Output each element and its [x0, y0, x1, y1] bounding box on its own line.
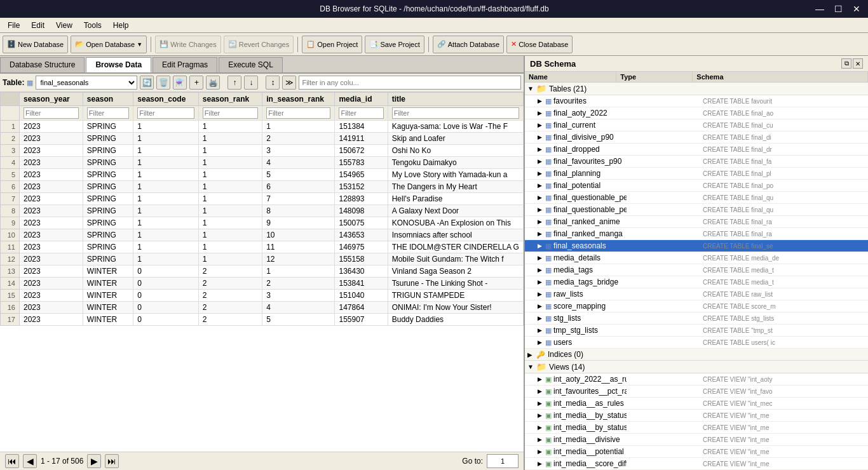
table-cell[interactable]: 136430 [335, 265, 388, 278]
table-cell[interactable]: 151040 [335, 290, 388, 302]
filter-input-season[interactable] [87, 107, 129, 119]
table-cell[interactable]: 155907 [335, 314, 388, 326]
table-cell[interactable]: 1 [198, 217, 262, 229]
menu-item-view[interactable]: View [51, 20, 78, 31]
schema-table-row[interactable]: ▶▦ media_tags_bridgeCREATE TABLE media_t [525, 276, 868, 288]
table-cell[interactable]: 155158 [335, 253, 388, 265]
table-cell[interactable]: Vinland Saga Season 2 [388, 265, 523, 278]
write-changes-button[interactable]: 💾 Write Changes [155, 36, 221, 53]
schema-view-row[interactable]: ▶▣ int_media__as_rulesCREATE VIEW "int_m… [525, 398, 868, 410]
table-cell[interactable]: 7 [262, 193, 335, 205]
close-button[interactable]: ✕ [850, 4, 863, 14]
table-cell[interactable]: SPRING [83, 157, 133, 169]
new-record-button[interactable]: + [189, 76, 203, 90]
table-cell[interactable]: 4 [262, 302, 335, 314]
table-cell[interactable]: 2023 [20, 265, 83, 278]
table-cell[interactable]: 1 [198, 157, 262, 169]
schema-table-row[interactable]: ▶▦ score_mappingCREATE TABLE score_m [525, 300, 868, 312]
table-cell[interactable]: 2023 [20, 157, 83, 169]
schema-view-row[interactable]: ▶▣ int_media__potentialCREATE VIEW "int_… [525, 446, 868, 458]
table-cell[interactable]: SPRING [83, 145, 133, 157]
close-database-button[interactable]: ✕ Close Database [506, 36, 573, 53]
table-cell[interactable]: 1 [133, 217, 199, 229]
table-cell[interactable]: 2023 [20, 217, 83, 229]
table-cell[interactable]: 146975 [335, 241, 388, 253]
schema-view-row[interactable]: ▶▣ int_media__score_diffCREATE VIEW "int… [525, 458, 868, 470]
table-cell[interactable]: 1 [133, 241, 199, 253]
schema-table-row[interactable]: ▶▦ final_seasonalsCREATE TABLE final_se [525, 240, 868, 252]
export-button[interactable]: ↑ [227, 76, 241, 90]
table-cell[interactable]: 3 [262, 290, 335, 302]
sort-button[interactable]: ↕️ [266, 76, 280, 90]
schema-restore-button[interactable]: ⧉ [841, 58, 851, 69]
table-cell[interactable]: 2 [262, 278, 335, 290]
filter-input-season_code[interactable] [137, 107, 194, 119]
table-cell[interactable]: 2 [198, 302, 262, 314]
table-cell[interactable]: 1 [198, 205, 262, 217]
table-cell[interactable]: 2023 [20, 241, 83, 253]
prev-page-button[interactable]: ◀ [23, 454, 37, 468]
schema-table-row[interactable]: ▶▦ final_droppedCREATE TABLE final_dr [525, 144, 868, 156]
table-cell[interactable]: 1 [133, 205, 199, 217]
revert-changes-button[interactable]: ↩️ Revert Changes [224, 36, 294, 53]
table-cell[interactable]: 2023 [20, 193, 83, 205]
schema-table-row[interactable]: ▶▦ final_questionable_per_titleCREATE TA… [525, 192, 868, 204]
table-cell[interactable]: SPRING [83, 133, 133, 145]
print-button[interactable]: 🖨️ [206, 76, 220, 90]
table-cell[interactable]: 0 [133, 278, 199, 290]
table-cell[interactable]: 8 [262, 205, 335, 217]
table-cell[interactable]: My Love Story with Yamada-kun a [388, 169, 523, 181]
schema-table-row[interactable]: ▶▦ final_divisive_p90CREATE TABLE final_… [525, 131, 868, 144]
next-page-button[interactable]: ▶ [87, 454, 101, 468]
table-cell[interactable]: 0 [133, 302, 199, 314]
schema-table-row[interactable]: ▶▦ tmp_stg_listsCREATE TABLE "tmp_st [525, 325, 868, 337]
table-cell[interactable]: 3 [262, 145, 335, 157]
schema-view-row[interactable]: ▶▣ int_media__by_statusCREATE VIEW "int_… [525, 410, 868, 422]
table-cell[interactable]: 10 [262, 229, 335, 241]
table-cell[interactable]: 1 [198, 145, 262, 157]
schema-table-row[interactable]: ▶▦ raw_listsCREATE TABLE raw_list [525, 288, 868, 300]
table-cell[interactable]: Tengoku Daimakyo [388, 157, 523, 169]
tab-database-structure[interactable]: Database Structure [0, 57, 85, 72]
table-cell[interactable]: 1 [262, 121, 335, 133]
table-cell[interactable]: Oshi No Ko [388, 145, 523, 157]
col-header-season[interactable]: season [83, 93, 133, 106]
table-cell[interactable]: 1 [133, 229, 199, 241]
tables-section-header[interactable]: ▼ 📁 Tables (21) [525, 83, 868, 95]
indices-section-header[interactable]: ▶ 🔑 Indices (0) [525, 349, 868, 361]
table-cell[interactable]: 1 [198, 169, 262, 181]
table-cell[interactable]: SPRING [83, 169, 133, 181]
table-cell[interactable]: 1 [133, 157, 199, 169]
table-cell[interactable]: 2023 [20, 181, 83, 193]
table-cell[interactable]: SPRING [83, 253, 133, 265]
tab-edit-pragmas[interactable]: Edit Pragmas [153, 57, 217, 72]
table-cell[interactable]: 2023 [20, 314, 83, 326]
table-cell[interactable]: SPRING [83, 205, 133, 217]
table-cell[interactable]: 1 [198, 133, 262, 145]
table-cell[interactable]: Buddy Daddies [388, 314, 523, 326]
table-cell[interactable]: 2023 [20, 133, 83, 145]
data-table-container[interactable]: season_yearseasonseason_codeseason_ranki… [0, 92, 524, 452]
filter-input-season_year[interactable] [24, 107, 79, 119]
save-project-button[interactable]: 📑 Save Project [365, 36, 424, 53]
filter-input-season_rank[interactable] [203, 107, 258, 119]
table-cell[interactable]: 0 [133, 265, 199, 278]
table-cell[interactable]: WINTER [83, 278, 133, 290]
schema-view-row[interactable]: ▶▣ int_media__by_status_join_mediaCREATE… [525, 422, 868, 434]
schema-table-row[interactable]: ▶▦ final_currentCREATE TABLE final_cu [525, 119, 868, 131]
table-cell[interactable]: 150075 [335, 217, 388, 229]
table-cell[interactable]: 2 [198, 290, 262, 302]
table-cell[interactable]: 1 [133, 121, 199, 133]
col-header-title[interactable]: title [388, 93, 523, 106]
table-cell[interactable]: 5 [262, 314, 335, 326]
table-cell[interactable]: 0 [133, 314, 199, 326]
table-cell[interactable]: ONIMAI: I'm Now Your Sister! [388, 302, 523, 314]
table-cell[interactable]: 155783 [335, 157, 388, 169]
schema-table-row[interactable]: ▶▦ final_questionable_per_userCREATE TAB… [525, 204, 868, 216]
menu-item-help[interactable]: Help [108, 20, 134, 31]
col-header-season_year[interactable]: season_year [20, 93, 83, 106]
table-cell[interactable]: 1 [262, 265, 335, 278]
table-cell[interactable]: TRIGUN STAMPEDE [388, 290, 523, 302]
table-cell[interactable]: SPRING [83, 193, 133, 205]
table-select[interactable]: final_seasonals [36, 76, 137, 90]
